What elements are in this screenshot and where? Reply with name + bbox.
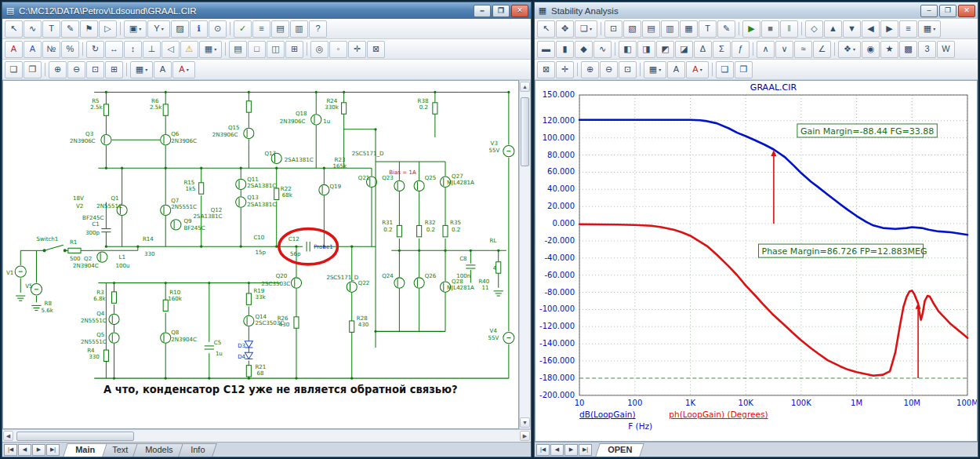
tag-point-button[interactable]: ◇ — [805, 20, 823, 38]
tile-windows-button[interactable]: ⊞ — [285, 41, 303, 58]
zoom-out-button[interactable]: ⊖ — [67, 61, 85, 78]
analysis-titlebar[interactable]: ▦ Stability Analysis – ❐ ✕ — [535, 2, 978, 19]
region-select-button[interactable]: ⊠ — [537, 61, 555, 78]
watch-window-button[interactable]: W — [937, 41, 955, 58]
log-x-button[interactable]: ◩ — [656, 41, 674, 58]
maximize-button[interactable]: ❐ — [492, 5, 510, 17]
schematic-titlebar[interactable]: ▤ C:\MC12\DATA\Petrov\Ldsound\GRAAL.CIR … — [2, 2, 531, 19]
go-to-valley-button[interactable]: ▼ — [843, 20, 861, 38]
text-mode-button[interactable]: T — [42, 20, 60, 38]
tab-main[interactable]: Main — [63, 443, 107, 457]
select-mode-button[interactable]: ↖ — [5, 20, 23, 38]
find-tool-button[interactable]: ⊙ — [209, 20, 227, 38]
performance-tag-button[interactable]: ★ — [880, 41, 898, 58]
fft-menu-button[interactable]: ❖ — [838, 41, 861, 58]
scroll-right-button[interactable]: ▶ — [520, 431, 530, 441]
horizontal-scroll-thumb[interactable] — [16, 432, 134, 441]
left-axis-button[interactable]: ◧ — [619, 41, 637, 58]
minimize-button[interactable]: – — [920, 5, 938, 17]
pan-mode-button[interactable]: ✥ — [556, 20, 574, 38]
next-page-button[interactable]: ▶ — [564, 444, 578, 456]
grid-options-button[interactable]: ▦ — [130, 61, 153, 78]
warnings-button[interactable]: ⚠ — [180, 41, 198, 58]
next-page-button[interactable]: ▶ — [32, 444, 45, 456]
text-attributes-button[interactable]: A — [24, 41, 42, 58]
tab-models[interactable]: Models — [132, 443, 185, 457]
stop-button[interactable]: ■ — [761, 20, 779, 38]
phase-margin-annotation[interactable]: Phase Margin=86.726 FP=12.883MEG — [758, 244, 927, 257]
point-tag-button[interactable]: ◆ — [575, 41, 593, 58]
monte-carlo-button[interactable]: ◉ — [862, 41, 880, 58]
user-function-button[interactable]: ƒ — [731, 41, 750, 58]
wire-mode-button[interactable]: ∿ — [24, 20, 42, 38]
paint-tool-button[interactable]: ▨ — [171, 20, 189, 38]
prev-page-button[interactable]: ◀ — [550, 444, 564, 456]
log-y-button[interactable]: ◪ — [675, 41, 693, 58]
maximize-button[interactable]: ❐ — [939, 5, 956, 17]
font-color-button[interactable]: A — [686, 61, 709, 78]
density-plot-button[interactable]: ▩ — [899, 41, 917, 58]
document-view-button[interactable]: ▤ — [271, 20, 289, 38]
node-numbers-button[interactable]: № — [42, 41, 60, 58]
minimize-button[interactable]: – — [474, 5, 491, 17]
select-mode-button[interactable]: ↖ — [537, 20, 555, 38]
component-mode-button[interactable]: ▷ — [99, 20, 117, 38]
close-button[interactable]: ✕ — [958, 5, 975, 17]
last-page-button[interactable]: ▶| — [579, 444, 592, 456]
zoom-in-button[interactable]: ⊕ — [581, 61, 599, 78]
check-toggle-button[interactable]: ✓ — [234, 20, 252, 38]
text-mode-button[interactable]: T — [699, 20, 717, 38]
font-color-button[interactable]: A — [172, 61, 195, 78]
file-menu-button[interactable]: ❏ — [575, 20, 597, 38]
font-attributes-button[interactable]: A — [5, 41, 23, 58]
last-page-button[interactable]: ▶| — [46, 444, 60, 456]
align-cursors-button[interactable]: ≡ — [899, 20, 917, 38]
page-copy-button[interactable]: ❏ — [716, 61, 734, 78]
sum-function-button[interactable]: Σ — [713, 41, 731, 58]
phase-legend[interactable]: ph(LoopGain) (Degrees) — [669, 410, 768, 419]
right-axis-button[interactable]: ◨ — [637, 41, 655, 58]
vertical-scroll-thumb[interactable] — [521, 97, 529, 166]
first-page-button[interactable]: |◀ — [536, 444, 550, 456]
data-points-button[interactable]: ▥ — [661, 20, 679, 38]
font-size-button[interactable]: A — [667, 61, 685, 78]
report-view-button[interactable]: ▥ — [290, 20, 308, 38]
first-page-button[interactable]: |◀ — [4, 444, 17, 456]
grid-options-button[interactable]: ▦ — [644, 61, 666, 78]
help-button[interactable]: ? — [309, 20, 327, 38]
tolerance-display-button[interactable]: % — [61, 41, 79, 58]
three-d-plot-button[interactable]: 3 — [918, 41, 936, 58]
copy-to-front-button[interactable]: ❏ — [5, 61, 23, 78]
close-button[interactable]: ✕ — [511, 5, 528, 17]
numeric-output-button[interactable]: ▤ — [642, 20, 660, 38]
zoom-in-button[interactable]: ⊕ — [49, 61, 67, 78]
cursor-right-button[interactable]: ▶ — [880, 20, 898, 38]
horizontal-tag-button[interactable]: ▬ — [537, 41, 555, 58]
fit-view-button[interactable]: ⊞ — [105, 61, 123, 78]
grid-toggle-button[interactable]: ▦ — [680, 20, 698, 38]
smoothing-button[interactable]: ≈ — [794, 41, 812, 58]
waveform-menu-button[interactable]: ▦ — [918, 20, 941, 38]
split-view-button[interactable]: ◫ — [267, 41, 285, 58]
rules-toggle-button[interactable]: ≡ — [252, 20, 270, 38]
scroll-left-button[interactable]: ◀ — [3, 431, 13, 441]
page-list-button[interactable]: ▤ — [229, 41, 247, 58]
stability-plot[interactable]: 150.000120.000100.00080.00060.00040.0002… — [535, 80, 978, 442]
font-size-button[interactable]: A — [154, 61, 172, 78]
flag-mode-button[interactable]: ⚑ — [80, 20, 98, 38]
info-tool-button[interactable]: ℹ — [190, 20, 208, 38]
zoom-out-button[interactable]: ⊖ — [600, 61, 618, 78]
flip-vertical-button[interactable]: ↕ — [124, 41, 142, 58]
scroll-down-button[interactable]: ▼ — [520, 417, 530, 428]
tab-open[interactable]: OPEN — [595, 443, 644, 457]
copy-to-back-button[interactable]: ❐ — [24, 61, 42, 78]
vertical-scroll-track[interactable] — [520, 93, 530, 417]
vertical-tag-button[interactable]: ▮ — [556, 41, 574, 58]
gain-margin-annotation[interactable]: Gain Margin=-88.44 FG=33.88 — [797, 124, 937, 137]
graphics-mode-button[interactable]: ✎ — [61, 20, 79, 38]
grid-menu-button[interactable]: ▦ — [199, 41, 222, 58]
reverse-part-button[interactable]: ◁ — [162, 41, 180, 58]
envelope-bottom-button[interactable]: ∨ — [775, 41, 793, 58]
pin-markers-button[interactable]: ◦ — [329, 41, 347, 58]
vertical-scrollbar[interactable]: ▲ ▼ — [519, 80, 531, 429]
